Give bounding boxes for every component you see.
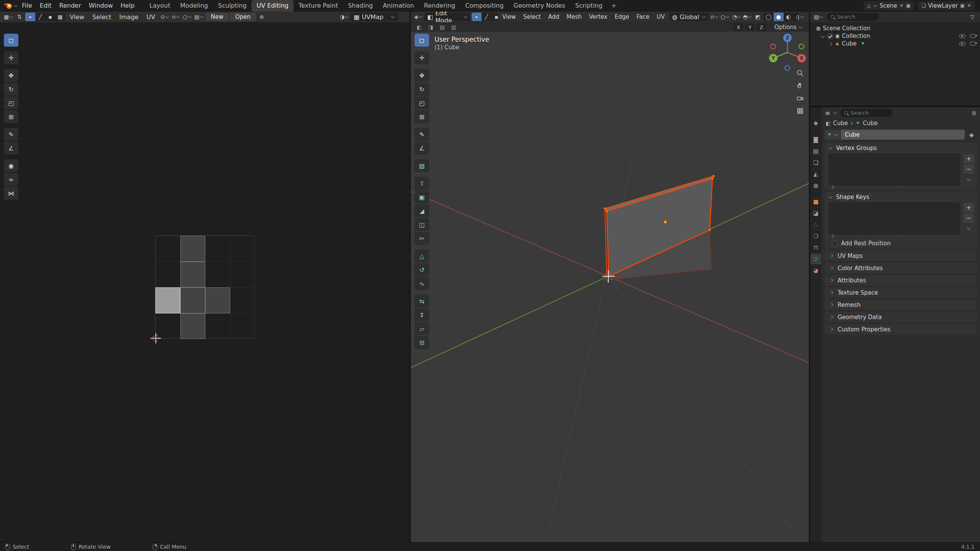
uv-select-mode-island[interactable]: ▩ — [55, 13, 65, 21]
mesh-vertex[interactable] — [709, 229, 711, 231]
properties-tab-scene[interactable]: ◭ — [810, 169, 821, 179]
add-workspace-button[interactable]: + — [608, 0, 620, 11]
breadcrumb-object[interactable]: Cube — [833, 120, 848, 127]
geometry-data-panel[interactable]: Geometry Data — [825, 312, 977, 322]
browse-mesh-button[interactable] — [825, 130, 841, 140]
properties-tab-view-layer[interactable]: ❏ — [810, 157, 821, 168]
cursor-3d-tool[interactable]: ✛ — [415, 51, 429, 64]
snap-button[interactable]: ∩ — [171, 13, 181, 21]
xray-toggle[interactable]: ◩ — [753, 13, 763, 21]
properties-tab-constraints[interactable]: ⊓ — [810, 242, 821, 253]
menu-render[interactable]: Render — [56, 0, 85, 11]
properties-search[interactable] — [840, 109, 892, 117]
tool-settings-toggle-3[interactable]: ▤ — [438, 23, 447, 31]
pivot-point-button[interactable]: ⊙ — [160, 13, 170, 21]
uv-maps-panel[interactable]: UV Maps — [825, 251, 977, 261]
tool-settings-toggle-1[interactable]: ◧ — [415, 23, 424, 31]
outliner-row-collection[interactable]: ▣ Collection — [810, 32, 980, 40]
inset-faces-tool[interactable]: ▣ — [415, 191, 429, 204]
pinch-tool[interactable]: ⋈ — [4, 187, 18, 200]
properties-editor-icon[interactable]: ≡ — [825, 109, 830, 117]
color-attributes-panel[interactable]: Color Attributes — [825, 263, 977, 273]
gizmo-neg-z-axis[interactable] — [784, 65, 790, 71]
workspace-tab-scripting[interactable]: Scripting — [570, 0, 607, 11]
shape-key-specials-button[interactable] — [964, 224, 974, 233]
workspace-tab-shading[interactable]: Shading — [343, 0, 378, 11]
open-image-button[interactable]: Open — [230, 13, 256, 21]
mesh-vertex[interactable] — [712, 175, 715, 177]
proportional-edit-button[interactable]: ○ — [720, 13, 730, 21]
navigation-gizmo[interactable]: Z X Y — [768, 33, 807, 72]
mesh-vertex[interactable] — [711, 178, 714, 180]
unlink-icon[interactable]: ✕ — [900, 3, 904, 8]
add-rest-position-checkbox[interactable] — [832, 241, 838, 246]
properties-tab-world[interactable]: ◍ — [810, 180, 821, 191]
annotate-tool[interactable]: ✎ — [415, 128, 429, 141]
move-tool[interactable]: ✥ — [4, 69, 18, 82]
gizmo-neg-y-axis[interactable] — [799, 44, 804, 49]
mirror-z-toggle[interactable]: Z — [757, 23, 766, 31]
gizmo-x-axis[interactable]: X — [797, 54, 806, 62]
outliner-row-scene-collection[interactable]: ▦ Scene Collection — [810, 24, 980, 32]
select-box-tool[interactable]: ◻ — [415, 34, 429, 47]
tool-settings-toggle-2[interactable]: ◨ — [426, 23, 435, 31]
expand-arrow-icon[interactable] — [828, 42, 832, 46]
relax-tool[interactable]: ≈ — [4, 173, 18, 186]
properties-tab-output[interactable]: ▤ — [810, 146, 821, 156]
uvmap-selector[interactable]: ▦ UVMap — [351, 13, 398, 21]
hide-eye-icon[interactable] — [959, 42, 965, 46]
render-visibility-icon[interactable] — [970, 42, 975, 46]
remove-shape-key-button[interactable]: − — [964, 214, 974, 223]
pin-image-button[interactable]: ⊚ — [257, 13, 266, 21]
uv-face-selected[interactable] — [155, 287, 180, 313]
transform-tool[interactable]: ⊞ — [4, 110, 18, 123]
gizmo-z-axis[interactable]: Z — [783, 34, 792, 42]
panel-expand-icon[interactable] — [830, 234, 834, 238]
cursor-2d-tool[interactable]: ✛ — [4, 51, 18, 64]
vp-menu-vertex[interactable]: Vertex — [586, 11, 610, 22]
extrude-region-tool[interactable]: ⇧ — [415, 177, 429, 190]
transform-orientation-selector[interactable]: ◍ Global — [669, 13, 709, 21]
shrink-flatten-tool[interactable]: ↕ — [415, 308, 429, 321]
uv-select-mode-face[interactable]: ▪ — [45, 13, 55, 21]
camera-view-icon[interactable] — [795, 94, 805, 103]
grid-perspective-icon[interactable] — [795, 106, 805, 116]
spin-tool[interactable]: ↺ — [415, 263, 429, 276]
pin-icon[interactable]: ⊚ — [972, 109, 977, 117]
shape-keys-list[interactable] — [829, 202, 960, 235]
vp-menu-edge[interactable]: Edge — [612, 11, 632, 22]
properties-tab-physics[interactable]: ❍ — [810, 231, 821, 241]
select-mode-face[interactable]: ▪ — [492, 13, 498, 21]
custom-properties-panel[interactable]: Custom Properties — [825, 324, 977, 334]
proportional-edit-button[interactable]: ○ — [182, 13, 192, 21]
add-vertex-group-button[interactable]: + — [964, 154, 974, 163]
menu-edit[interactable]: Edit — [36, 0, 56, 11]
properties-tab-modifiers[interactable]: ◪ — [810, 208, 821, 218]
attributes-panel[interactable]: Attributes — [825, 275, 977, 285]
overlays-button[interactable]: ◓ — [743, 13, 752, 21]
properties-tab-object-data[interactable]: ▽ — [810, 254, 821, 264]
bevel-tool[interactable]: ◢ — [415, 204, 429, 217]
select-box-tool[interactable]: ◻ — [4, 34, 18, 47]
workspace-tab-sculpting[interactable]: Sculpting — [213, 0, 252, 11]
workspace-tab-uv-editing[interactable]: UV Editing — [252, 0, 293, 11]
hide-eye-icon[interactable] — [959, 34, 965, 38]
editor-type-button[interactable]: ◈ — [414, 13, 423, 21]
panel-expand-icon[interactable] — [830, 185, 834, 189]
select-mode-edge[interactable]: ╱ — [482, 13, 492, 21]
editor-type-button[interactable]: ▦ — [3, 13, 14, 21]
mesh-name-field[interactable]: Cube — [841, 130, 965, 140]
tool-settings-toggle-4[interactable]: ▥ — [449, 23, 458, 31]
zoom-icon[interactable] — [795, 68, 805, 78]
list-resize-grip[interactable]: ···· — [897, 233, 904, 238]
select-mode-vertex[interactable]: ∙ — [472, 13, 482, 21]
pan-hand-icon[interactable] — [795, 81, 805, 90]
mode-selector[interactable]: ◧ Edit Mode — [424, 13, 470, 21]
workspace-tab-layout[interactable]: Layout — [144, 0, 175, 11]
uv-face[interactable] — [205, 287, 230, 313]
grab-tool[interactable]: ◉ — [4, 159, 18, 172]
gizmo-neg-x-axis[interactable] — [770, 44, 776, 49]
new-viewlayer-icon[interactable]: ▣ — [960, 3, 965, 8]
uv-menu-uv[interactable]: UV — [143, 11, 159, 22]
workspace-tab-animation[interactable]: Animation — [378, 0, 419, 11]
